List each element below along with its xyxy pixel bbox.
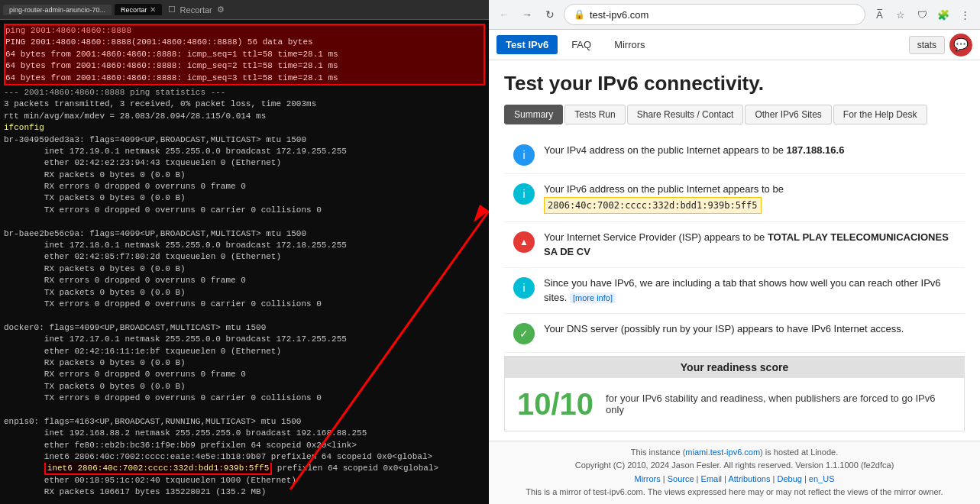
info-icon-ipv6: i xyxy=(513,183,535,205)
footer-link-locale[interactable]: en_US xyxy=(809,474,835,483)
site-nav-mirrors[interactable]: Mirrors xyxy=(605,35,654,54)
info-text-dns: Your DNS server (possibly run by your IS… xyxy=(544,321,904,337)
info-icon-isp: ▲ xyxy=(513,231,535,253)
terminal-line: inet6 2806:40c:7002:cccc:ea1e:4e5e:1b18:… xyxy=(4,451,485,463)
terminal-line xyxy=(4,405,485,416)
terminal-line xyxy=(4,216,485,228)
site-footer: This instance (miami.test-ipv6.com) is h… xyxy=(489,441,980,504)
tab-summary[interactable]: Summary xyxy=(504,105,563,124)
terminal-line: inet 172.17.0.1 netmask 255.255.0.0 broa… xyxy=(4,334,485,345)
lock-icon: 🔒 xyxy=(574,9,585,20)
menu-icon[interactable]: ⋮ xyxy=(956,5,974,24)
instance-link[interactable]: miami.test-ipv6.com xyxy=(685,447,760,457)
page-title: Test your IPv6 connectivity. xyxy=(504,72,965,95)
stats-button[interactable]: stats xyxy=(909,36,945,54)
info-icon-ipv4: i xyxy=(513,144,535,166)
tab-share-results[interactable]: Share Results / Contact xyxy=(627,105,744,124)
site-nav-faq[interactable]: FAQ xyxy=(562,35,600,54)
info-text-ipv4: Your IPv4 address on the public Internet… xyxy=(544,143,844,158)
tab-help-desk[interactable]: For the Help Desk xyxy=(833,105,927,124)
footer-link-attributions[interactable]: Attributions xyxy=(728,474,770,483)
refresh-button[interactable]: ↻ xyxy=(541,5,559,24)
terminal-line: inet 192.168.88.2 netmask 255.255.255.0 … xyxy=(4,428,485,439)
info-text-ipv6: Your IPv6 address on the public Internet… xyxy=(544,182,956,214)
content-tabs: Summary Tests Run Share Results / Contac… xyxy=(504,105,965,124)
terminal-tab-1[interactable]: ping-router-admin-anuncio-70... xyxy=(3,5,112,15)
more-info-link[interactable]: [more info] xyxy=(570,292,616,303)
browser-toolbar-icons: A̅ ☆ 🛡 🧩 ⋮ xyxy=(870,5,974,24)
terminal-line: br-baee2be56c9a: flags=4099<UP,BROADCAST… xyxy=(4,228,485,240)
star-icon[interactable]: ☆ xyxy=(891,5,910,24)
back-button[interactable]: ← xyxy=(495,5,513,24)
shield-icon[interactable]: 🛡 xyxy=(913,5,931,24)
terminal-line: TX packets 0 bytes 0 (0.0 B) xyxy=(4,287,485,299)
tab-other-ipv6[interactable]: Other IPv6 Sites xyxy=(745,105,831,124)
extensions-icon[interactable]: 🧩 xyxy=(934,5,953,24)
terminal-line: 64 bytes from 2001:4860:4860::8888: icmp… xyxy=(5,73,484,84)
readiness-body: 10/10 for your IPv6 stability and readin… xyxy=(505,378,964,431)
tab-bar: ping-router-admin-anuncio-70... Recortar… xyxy=(0,0,489,20)
footer-link-mirrors[interactable]: Mirrors xyxy=(635,474,661,483)
footer-link-source[interactable]: Source xyxy=(668,474,694,483)
site-navigation: Test IPv6 FAQ Mirrors stats 💬 xyxy=(489,30,980,60)
terminal-line xyxy=(4,310,485,321)
terminal-line: enp1s0: flags=4163<UP,BROADCAST,RUNNING,… xyxy=(4,416,485,428)
chat-icon[interactable]: 💬 xyxy=(949,34,972,57)
tab-label: ping-router-admin-anuncio-70... xyxy=(9,6,105,14)
terminal-line: --- 2001:4860:4860::8888 ping statistics… xyxy=(4,87,485,99)
translate-icon[interactable]: A̅ xyxy=(870,5,888,24)
terminal-line: br-304959ded3a3: flags=4099<UP,BROADCAST… xyxy=(4,134,485,146)
terminal-line: inet 172.18.0.1 netmask 255.255.0.0 broa… xyxy=(4,240,485,251)
ipv6-address-highlight: 2806:40c:7002:cccc:332d:bdd1:939b:5ff5 xyxy=(544,197,762,214)
terminal-panel: ping-router-admin-anuncio-70... Recortar… xyxy=(0,0,489,504)
site-nav-test-ipv6[interactable]: Test IPv6 xyxy=(496,35,558,54)
forward-button[interactable]: → xyxy=(518,5,536,24)
terminal-line: RX packets 0 bytes 0 (0.0 B) xyxy=(4,170,485,181)
url-text: test-ipv6.com xyxy=(590,9,648,21)
footer-link-email[interactable]: Email xyxy=(701,474,723,483)
address-bar[interactable]: 🔒 test-ipv6.com xyxy=(564,4,865,25)
terminal-line: inet 172.19.0.1 netmask 255.255.0.0 broa… xyxy=(4,146,485,157)
toolbar-icon-settings[interactable]: ⚙ xyxy=(217,5,225,15)
readiness-header: Your readiness score xyxy=(505,357,964,378)
browser-nav-bar: ← → ↻ 🔒 test-ipv6.com A̅ ☆ 🛡 🧩 ⋮ xyxy=(489,0,980,29)
terminal-line: ether 02:42:16:11:1e:bf txqueuelen 0 (Et… xyxy=(4,346,485,357)
terminal-line: TX errors 0 dropped 0 overruns 0 carrier… xyxy=(4,393,485,404)
terminal-line: 3 packets transmitted, 3 received, 0% pa… xyxy=(4,99,485,110)
footer-links: Mirrors | Source | Email | Attributions … xyxy=(496,473,972,486)
terminal-line: RX errors 0 dropped 0 overruns 0 frame 0 xyxy=(4,275,485,286)
terminal-line: ether fe80::eb2b:bc36:1f9e:bb9 prefixlen… xyxy=(4,440,485,451)
inet6-highlighted-line: inet6 2806:40c:7002:cccc:332d:bdd1:939b:… xyxy=(4,463,485,474)
info-text-tabs: Since you have IPv6, we are including a … xyxy=(544,276,956,305)
info-icon-tabs: i xyxy=(513,277,535,299)
info-item-dns: ✓ Your DNS server (possibly run by your … xyxy=(504,314,965,353)
toolbar-icon-checkbox[interactable]: ☐ xyxy=(168,5,176,15)
terminal-line: TX packets 0 bytes 0 (0.0 B) xyxy=(4,192,485,204)
tab-label: Recortar xyxy=(121,6,147,14)
test-data-section: Click to see Test Data xyxy=(504,431,965,441)
readiness-score: 10/10 xyxy=(517,387,593,422)
instance-text: This instance (miami.test-ipv6.com) is h… xyxy=(496,446,972,460)
terminal-line: RX packets 0 bytes 0 (0.0 B) xyxy=(4,263,485,275)
info-icon-dns: ✓ xyxy=(513,323,535,344)
browser-chrome: ← → ↻ 🔒 test-ipv6.com A̅ ☆ 🛡 🧩 ⋮ xyxy=(489,0,980,30)
terminal-line: RX packets 106617 bytes 135228021 (135.2… xyxy=(4,486,485,498)
info-text-isp: Your Internet Service Provider (ISP) app… xyxy=(544,230,956,260)
info-item-ipv6-tabs: i Since you have IPv6, we are including … xyxy=(504,268,965,314)
terminal-line: rtt min/avg/max/mdev = 28.083/28.094/28.… xyxy=(4,111,485,122)
info-item-ipv4: i Your IPv4 address on the public Intern… xyxy=(504,135,965,174)
terminal-output[interactable]: ping 2001:4860:4860::8888 PING 2001:4860… xyxy=(0,20,489,504)
terminal-tab-2[interactable]: Recortar ✕ xyxy=(115,4,162,15)
terminal-line: TX errors 0 dropped 0 overruns 0 carrier… xyxy=(4,205,485,216)
footer-link-debug[interactable]: Debug xyxy=(777,474,801,483)
terminal-line: 64 bytes from 2001:4860:4860::8888: icmp… xyxy=(5,60,484,72)
terminal-line: docker0: flags=4099<UP,BROADCAST,MULTICA… xyxy=(4,322,485,334)
browser-panel: ← → ↻ 🔒 test-ipv6.com A̅ ☆ 🛡 🧩 ⋮ Test IP… xyxy=(489,0,980,504)
mirror-notice-text: This is a mirror of test-ipv6.com. The v… xyxy=(496,486,972,499)
copyright-text: Copyright (C) 2010, 2024 Jason Fesler. A… xyxy=(496,459,972,473)
tab-tests-run[interactable]: Tests Run xyxy=(564,105,625,124)
tab-close-icon[interactable]: ✕ xyxy=(150,5,156,14)
readiness-description: for your IPv6 stability and readiness, w… xyxy=(606,393,952,415)
terminal-line: RX packets 0 bytes 0 (0.0 B) xyxy=(4,357,485,369)
readiness-section: Your readiness score 10/10 for your IPv6… xyxy=(504,356,965,431)
